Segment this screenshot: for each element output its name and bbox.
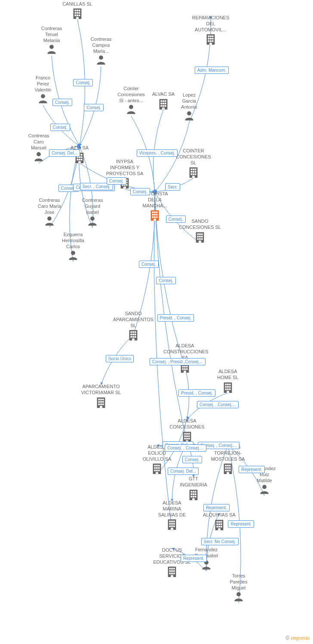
building-icon [127, 328, 140, 341]
node-label: Contreras Caro Manuel [17, 133, 60, 151]
node-label: INYPSA INFORMES Y PROYECTOS SA [103, 159, 146, 176]
node-n8[interactable]: Contreras Caro Manuel [17, 133, 60, 164]
edge-label: Consej. [156, 277, 176, 284]
edge-label: Represent. [203, 504, 230, 511]
node-n2[interactable]: Contreras Campos Maria... [80, 36, 123, 67]
node-label: Franco Perez Valentin [21, 75, 64, 93]
edge-label: Consej. [73, 79, 93, 86]
credit-line: © empresia [285, 635, 310, 641]
node-n30[interactable]: Torres Paredes Miguel [217, 573, 260, 604]
copyright-symbol: © [285, 635, 289, 641]
node-n7[interactable]: Lopez Garcia Antonio [168, 92, 211, 123]
edge-label: Consej. Del... [49, 149, 80, 157]
building-icon [187, 488, 200, 501]
node-label: ALDESA MARINA SALINAS DE [150, 500, 193, 518]
building-icon [221, 381, 234, 394]
node-label: SANDO APARCAMIENTOS SL [112, 311, 155, 328]
node-n15[interactable]: Contreras Guyard Isabel [71, 197, 114, 228]
edge-label: Consej. [166, 216, 186, 223]
edge-label: Vicepres. , Consej. [137, 149, 178, 157]
node-label: Torres Paredes Miguel [217, 573, 260, 591]
person-icon [259, 483, 270, 495]
building-icon [221, 462, 234, 475]
edge-label: Consej. , Consej.... [197, 401, 238, 408]
node-n3[interactable]: REPARACIONES DEL AUTOMOVIL... [189, 15, 232, 47]
node-n21[interactable]: ALDESA CONCESIONES [166, 418, 209, 444]
node-n17[interactable]: SANDO APARCAMIENTOS SL [112, 311, 155, 343]
node-label: EXPLOTACIONES AGRICOLAS CANILLAS SL [56, 0, 99, 7]
node-label: Ezquerra Hermosilla Carlos [52, 232, 95, 249]
node-n0[interactable]: EXPLOTACIONES AGRICOLAS CANILLAS SL [56, 0, 99, 21]
edge-label: Adm. Mancom. [195, 67, 229, 74]
building-icon [204, 33, 217, 46]
edge-label: Socio Único [106, 355, 134, 362]
edge-label: Consej. [84, 104, 104, 111]
node-label: Contreras Guyard Isabel [71, 197, 114, 215]
person-icon [95, 54, 107, 65]
building-icon [148, 209, 161, 222]
building-icon [71, 7, 84, 20]
node-n24[interactable]: GTT INGENIERIA [172, 476, 215, 502]
person-icon [87, 215, 98, 226]
node-n16[interactable]: Ezquerra Hermosilla Carlos [52, 232, 95, 262]
person-icon [33, 151, 44, 162]
edge-label: Secr. [165, 183, 180, 191]
building-icon [181, 430, 193, 443]
edge-label: Consej. , Presid.,Consej.... [150, 358, 206, 365]
credit-text: empresia [291, 635, 310, 641]
edge-label: Presid. , Consej. [178, 389, 215, 397]
person-icon [184, 110, 195, 121]
building-icon [166, 565, 178, 578]
edge-label: Presid. , Consej. [157, 314, 194, 322]
person-icon [37, 93, 49, 104]
edge-label: Represent. [239, 466, 265, 473]
node-n1[interactable]: Contreras Teruel Melania [30, 26, 73, 56]
node-label: ALQUIVIAS SA [198, 512, 241, 518]
node-label: Contreras Teruel Melania [30, 26, 73, 43]
edge-label: Secr. No Consej. [201, 538, 239, 545]
edge-label: Consej. , Consej.... [165, 444, 206, 452]
building-icon [166, 518, 178, 531]
edge-label: Consej. [107, 177, 126, 185]
node-label: Contreras Caro Maria Jose [28, 197, 71, 215]
person-icon [46, 43, 57, 55]
building-icon [213, 518, 226, 531]
edge-label: Represent. [228, 520, 254, 528]
edge-label: Represent. [181, 555, 207, 562]
edge-label: Consej. [50, 124, 70, 131]
edge-label: Consej. [182, 456, 202, 463]
node-label: Contreras Campos Maria... [80, 36, 123, 54]
person-icon [68, 249, 79, 261]
building-icon [193, 231, 206, 243]
edge-label: Consej. [52, 99, 72, 106]
node-n19[interactable]: APARCAMIENTO VICTORIAMAR SL [80, 384, 123, 410]
building-icon [95, 396, 107, 409]
node-n26[interactable]: ALDESA MARINA SALINAS DE [150, 500, 193, 532]
edge-label: Consej. [130, 188, 150, 195]
node-label: ALDESA CONCESIONES [166, 418, 209, 430]
person-icon [44, 215, 55, 226]
node-label: COINTER CONCESIONES SL [172, 148, 215, 166]
edge-label: Consej. Del... [168, 468, 199, 475]
node-n10[interactable]: COINTER CONCESIONES SL [172, 148, 215, 180]
node-label: APARCAMIENTO VICTORIAMAR SL [80, 384, 123, 396]
node-n14[interactable]: Contreras Caro Maria Jose [28, 197, 71, 228]
node-label: GTT INGENIERIA [172, 476, 215, 488]
person-icon [233, 591, 244, 602]
node-label: REPARACIONES DEL AUTOMOVIL... [189, 15, 232, 33]
node-label: ALDESA HOME SL [206, 369, 249, 381]
node-label: Lopez Garcia Antonio [168, 92, 211, 110]
building-icon [187, 166, 200, 179]
person-icon [126, 103, 137, 115]
building-icon [150, 462, 163, 475]
diagram-canvas: © empresia EXPLOTACIONES AGRICOLAS CANIL… [0, 0, 313, 644]
edge-label: Consej. [139, 261, 159, 268]
